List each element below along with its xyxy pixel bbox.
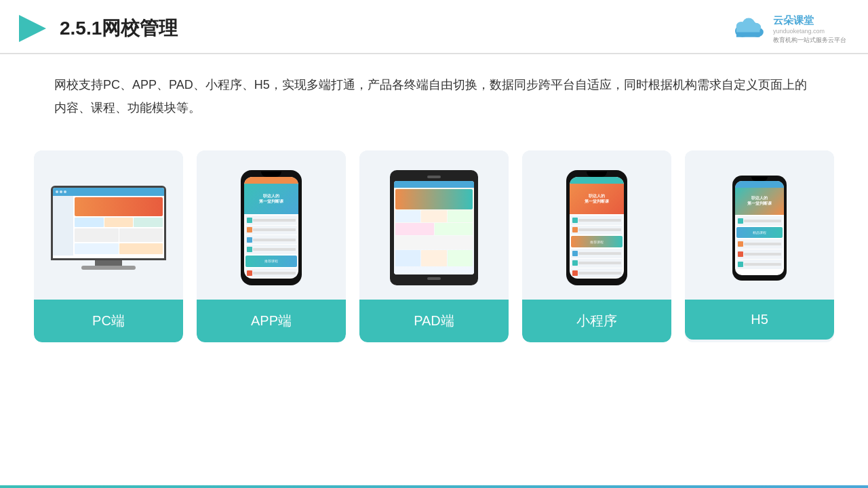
svg-marker-0 [19, 15, 46, 42]
logo-url: yunduoketang.com [773, 27, 846, 36]
pad-tablet-frame [390, 170, 478, 285]
logo-tagline: 教育机构一站式服务云平台 [773, 36, 846, 45]
logo-text-block: 云朵课堂 yunduoketang.com 教育机构一站式服务云平台 [773, 13, 846, 44]
pc-screen [51, 186, 166, 260]
h5-phone-frame: 职达人的第一堂判断课 精品课程 [732, 176, 787, 281]
card-pad-image [359, 150, 509, 300]
svg-rect-8 [736, 26, 760, 32]
card-pad: PAD端 [359, 150, 509, 342]
logo-area: 云朵课堂 yunduoketang.com 教育机构一站式服务云平台 [730, 13, 846, 44]
card-pc-label: PC端 [34, 300, 183, 342]
header: 2.5.1网校管理 云朵课堂 yunduoketang.com 教育机构一站式服… [0, 0, 868, 54]
miniprogram-phone-screen: 职达人的第一堂判断课 推荐课程 [570, 177, 624, 279]
page-title: 2.5.1网校管理 [60, 16, 178, 41]
miniprogram-phone-frame: 职达人的第一堂判断课 推荐课程 [566, 170, 627, 285]
description: 网校支持PC、APP、PAD、小程序、H5，实现多端打通，产品各终端自由切换，数… [0, 54, 868, 119]
card-app-image: 职达人的第一堂判断课 推荐课程 [197, 150, 346, 300]
card-pad-label: PAD端 [359, 300, 509, 342]
pad-tablet-device [390, 170, 478, 285]
card-app: 职达人的第一堂判断课 推荐课程 [197, 150, 346, 342]
card-h5-image: 职达人的第一堂判断课 精品课程 [685, 150, 834, 300]
app-phone-screen: 职达人的第一堂判断课 推荐课程 [244, 177, 298, 279]
cards-section: PC端 职达人的第一堂判断课 [0, 126, 868, 342]
app-phone-frame: 职达人的第一堂判断课 推荐课程 [241, 170, 302, 285]
miniprogram-phone-device: 职达人的第一堂判断课 推荐课程 [566, 170, 627, 285]
card-h5: 职达人的第一堂判断课 精品课程 H5 [685, 150, 834, 342]
h5-phone-device: 职达人的第一堂判断课 精品课程 [732, 176, 787, 281]
card-app-label: APP端 [197, 300, 346, 342]
description-text: 网校支持PC、APP、PAD、小程序、H5，实现多端打通，产品各终端自由切换，数… [54, 78, 807, 115]
pc-device [51, 186, 166, 270]
card-pc-image [34, 150, 183, 300]
h5-phone-screen: 职达人的第一堂判断课 精品课程 [735, 181, 784, 275]
svg-rect-4 [736, 32, 760, 37]
bottom-bar [0, 485, 868, 488]
pad-tablet-screen [394, 181, 474, 274]
cloud-icon [730, 15, 768, 42]
card-pc: PC端 [34, 150, 183, 342]
header-left: 2.5.1网校管理 [16, 12, 178, 45]
card-h5-label: H5 [685, 300, 834, 340]
logo-name: 云朵课堂 [773, 13, 846, 27]
card-miniprogram-label: 小程序 [522, 300, 671, 342]
play-icon [16, 12, 49, 45]
card-miniprogram: 职达人的第一堂判断课 推荐课程 [522, 150, 671, 342]
card-miniprogram-image: 职达人的第一堂判断课 推荐课程 [522, 150, 671, 300]
app-phone-device: 职达人的第一堂判断课 推荐课程 [241, 170, 302, 285]
